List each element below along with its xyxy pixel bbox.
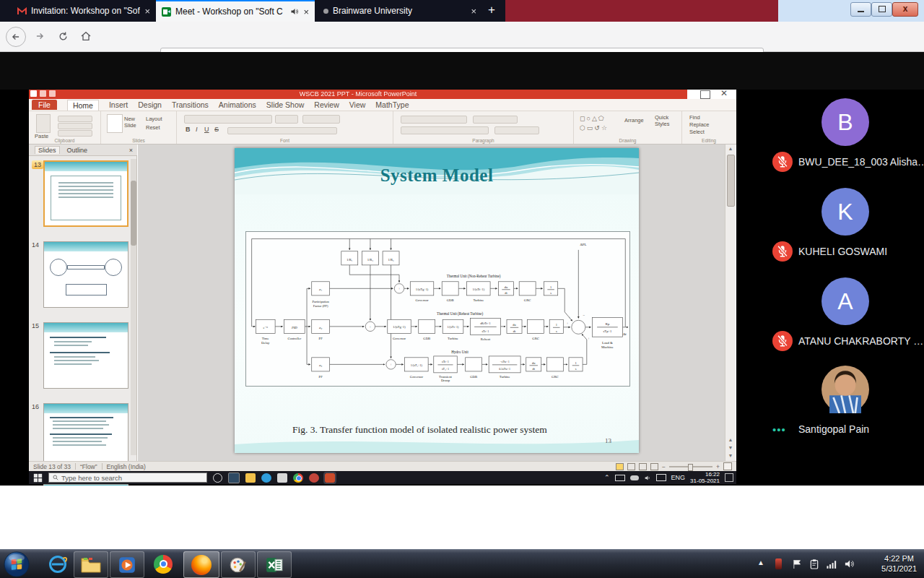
start-button[interactable]: [4, 551, 30, 577]
thumbnail-scrollbar[interactable]: [131, 159, 136, 455]
panel-tab-outline[interactable]: Outline: [67, 147, 88, 154]
tab-gmail-invitation[interactable]: Invitation: Workshop on "Soft C ×: [12, 0, 156, 22]
ppt-menu-transitions: Transitions: [172, 100, 209, 109]
svg-text:GDB: GDB: [423, 337, 430, 340]
svg-text:Δf: Δf: [623, 332, 627, 336]
block-diagram: 1/R₁ 1/R₂ 1/R₃ Thermal Unit (Non-Reheat …: [245, 231, 630, 387]
home-button[interactable]: [77, 27, 95, 46]
taskbar-chrome[interactable]: [147, 551, 179, 577]
diagram-lines: [252, 239, 628, 373]
background-window-titlebar: [505, 0, 778, 22]
svg-text:e⁻ˢᵗ: e⁻ˢᵗ: [263, 326, 268, 329]
remote-display-icon: [656, 474, 666, 481]
svg-text:1/(sT₁+1): 1/(sT₁+1): [411, 363, 423, 367]
svg-text:Thermal Unit (Reheat Turbine): Thermal Unit (Reheat Turbine): [437, 311, 483, 316]
zoom-out-icon[interactable]: −: [662, 463, 666, 470]
avatar: B: [821, 98, 869, 146]
taskbar-paint[interactable]: [221, 551, 256, 578]
participant-tile[interactable]: ••• Santigopal Pain: [768, 366, 924, 452]
svg-text:+: +: [370, 325, 372, 329]
svg-text:1/(sTg+1): 1/(sTg+1): [416, 288, 429, 291]
svg-text:s: s: [575, 367, 577, 371]
firefox-icon: [191, 555, 212, 575]
tray-app-icon[interactable]: [775, 558, 782, 569]
mic-off-icon: [772, 331, 793, 351]
slide-thumbnail-14[interactable]: [43, 241, 128, 308]
svg-text:s: s: [550, 291, 552, 295]
svg-text:PF: PF: [318, 337, 323, 340]
slide-thumbnail-13[interactable]: [43, 160, 128, 227]
zoom-slider[interactable]: [669, 466, 712, 467]
taskbar-explorer[interactable]: [74, 551, 108, 578]
fit-to-window-icon[interactable]: [723, 462, 732, 470]
close-button[interactable]: x: [892, 2, 918, 17]
svg-text:1/R₃: 1/R₃: [388, 258, 394, 262]
slide-thumbnail-16[interactable]: [43, 403, 128, 470]
taskbar-media-player[interactable]: [110, 551, 144, 578]
search-icon: [53, 475, 58, 480]
minimize-button[interactable]: [850, 2, 871, 17]
remote-action-center-icon: [725, 473, 733, 482]
forward-button[interactable]: [30, 27, 49, 46]
ppt-menu-view: View: [349, 100, 366, 109]
ppt-menu-slideshow: Slide Show: [266, 100, 305, 109]
participant-tile[interactable]: K KUHELI GOSWAMI: [768, 188, 924, 275]
tab-meet[interactable]: Meet - Workshop on "Soft C ×: [156, 0, 315, 22]
tab-close-icon[interactable]: ×: [303, 7, 309, 17]
ppt-menu-home: Home: [67, 100, 99, 111]
slide-scrollbar[interactable]: ▲ ▲▼▼: [725, 144, 736, 461]
svg-text:−sTw+1: −sTw+1: [500, 360, 510, 363]
remote-search-box: Type here to search: [48, 473, 207, 483]
system-clock[interactable]: 4:22 PM 5/31/2021: [881, 553, 917, 574]
participant-tile[interactable]: B BWU_DEE_18_003 Alisha…: [768, 98, 924, 185]
screen: Invitation: Workshop on "Soft C × Meet -…: [0, 0, 924, 578]
network-signal-icon[interactable]: [826, 558, 838, 569]
svg-text:GDB: GDB: [447, 298, 454, 302]
remote-app-battery-icon: [228, 473, 240, 483]
volume-icon[interactable]: [843, 558, 855, 569]
svg-text:Reheat: Reheat: [481, 337, 491, 341]
svg-text:Controller: Controller: [287, 337, 301, 340]
participant-name: Santigopal Pain: [798, 423, 869, 435]
taskbar-firefox[interactable]: [183, 551, 219, 578]
action-center-flag-icon[interactable]: [791, 558, 803, 570]
panel-close-icon[interactable]: ×: [129, 147, 137, 154]
ppt-editing-area: System Model: [138, 144, 725, 461]
view-reading-icon[interactable]: [639, 463, 647, 470]
windows-taskbar: ▲ 4:22 PM 5/31/2021: [0, 549, 924, 578]
svg-text:Delay: Delay: [261, 341, 270, 345]
back-button[interactable]: [6, 27, 26, 47]
ppt-thumbnail-panel: Slides Outline × 13 14: [29, 144, 137, 461]
remote-taskbar: Type here to search ⌃ ENG: [29, 471, 736, 484]
remote-language: ENG: [671, 474, 686, 481]
tab-close-icon[interactable]: ×: [471, 7, 476, 16]
remote-store-icon: [277, 473, 287, 483]
slide-thumbnail-15[interactable]: [43, 322, 128, 389]
taskbar-ie[interactable]: [43, 551, 72, 577]
tab-close-icon[interactable]: ×: [144, 7, 150, 16]
remote-tray: ⌃ ENG 16:2231-05-2021: [604, 471, 736, 484]
participant-name: KUHELI GOSWAMI: [798, 246, 887, 257]
maximize-button[interactable]: [871, 2, 892, 17]
zoom-in-icon[interactable]: +: [716, 463, 720, 470]
taskbar-excel[interactable]: [257, 551, 292, 578]
status-theme: “Flow”: [80, 463, 97, 470]
view-normal-icon[interactable]: [616, 463, 624, 470]
panel-tab-slides[interactable]: Slides: [35, 146, 60, 154]
reload-button[interactable]: [53, 27, 72, 46]
tray-clipboard-icon[interactable]: [808, 558, 820, 570]
ppt-menu-mathtype: MathType: [375, 100, 409, 109]
tab-audio-icon[interactable]: [290, 7, 299, 16]
view-slideshow-icon[interactable]: [650, 463, 658, 470]
new-tab-button[interactable]: +: [488, 3, 495, 17]
svg-text:sT₂+1: sT₂+1: [442, 367, 449, 371]
svg-text:sTr+1: sTr+1: [442, 360, 449, 363]
tab-brainware[interactable]: Brainware University ×: [318, 0, 482, 22]
svg-text:Load &: Load &: [602, 341, 613, 345]
clock-time: 4:22 PM: [884, 554, 914, 563]
ppt-menu-file: File: [32, 100, 57, 110]
view-sorter-icon[interactable]: [627, 463, 635, 470]
svg-text:a₃: a₃: [319, 363, 322, 367]
tray-expand-icon[interactable]: ▲: [757, 558, 764, 566]
participant-tile[interactable]: A ATANU CHAKRABORTY …: [768, 277, 924, 364]
